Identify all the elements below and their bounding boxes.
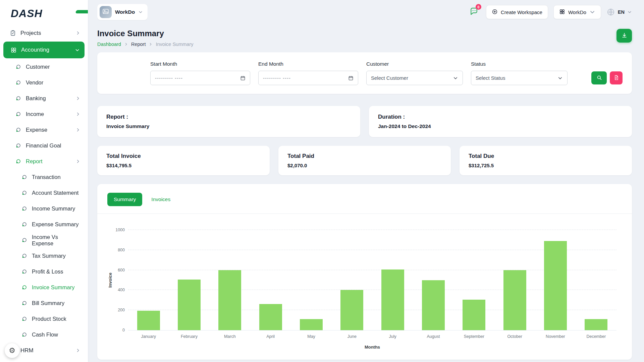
download-button[interactable] (616, 29, 632, 43)
sidebar-item-label: Customer (26, 64, 50, 70)
bar-slot (576, 230, 616, 330)
field-label: Customer (366, 61, 463, 67)
sidebar-item-label: Income Summary (32, 205, 75, 212)
bar-february (178, 280, 201, 330)
filter-field-status: StatusSelect Status (471, 61, 568, 85)
sidebar-item-report[interactable]: Report (3, 154, 85, 169)
workspace-selector[interactable]: WorkDo (97, 4, 148, 20)
sidebar-item-label: Transaction (32, 174, 61, 180)
sidebar-item-accounting[interactable]: Accounting (3, 42, 85, 58)
sidebar-item-account-statement[interactable]: Account Statement (3, 185, 85, 201)
sidebar-item-invoice-summary[interactable]: Invoice Summary (3, 280, 85, 295)
sidebar-item-income[interactable]: Income (3, 106, 85, 122)
x-tick-label: August (413, 334, 453, 339)
bar-september (463, 300, 485, 330)
sidebar-item-label: Income (26, 111, 44, 117)
report-info-row: Report : Invoice Summary Duration : Jan-… (97, 106, 632, 137)
circle-dot-icon (21, 284, 28, 291)
filter-field-start-month: Start Month--------- ---- (150, 61, 250, 85)
field-label: Status (471, 61, 568, 67)
chevron-right-icon (75, 159, 80, 164)
report-card-title: Report : (106, 114, 351, 120)
x-tick-label: October (494, 334, 535, 339)
sidebar-item-label: Expense (26, 127, 47, 133)
brand-logo[interactable]: DASH (3, 5, 85, 25)
end-month-date-input[interactable]: --------- ---- (258, 71, 358, 85)
bar-april (259, 304, 282, 330)
sidebar-item-cash-flow[interactable]: Cash Flow (3, 327, 85, 343)
filter-card: Start Month--------- ----End Month------… (97, 52, 632, 94)
sidebar-item-label: Tax Summary (32, 253, 66, 259)
chevron-right-icon (75, 31, 80, 36)
filter-row: Start Month--------- ----End Month------… (107, 61, 623, 85)
circle-dot-icon (15, 142, 21, 149)
sidebar-item-profit-loss[interactable]: Profit & Loss (3, 264, 85, 280)
workspace-name: WorkDo (115, 9, 135, 15)
total-due-value: $312,725.5 (469, 163, 623, 168)
sidebar-item-income-vs-expense[interactable]: Income Vs Expense (3, 232, 85, 248)
sidebar-item-label: Projects (20, 30, 41, 37)
y-tick-label: 0 (111, 328, 125, 333)
circle-dot-icon (21, 190, 28, 196)
circle-dot-icon (21, 237, 28, 244)
bars-container (128, 230, 616, 330)
reset-icon (613, 75, 619, 81)
search-button[interactable] (591, 71, 607, 84)
sidebar-item-transaction[interactable]: Transaction (3, 169, 85, 185)
status-select[interactable]: Select Status (471, 71, 568, 85)
bar-slot (169, 230, 209, 330)
bar-slot (454, 230, 494, 330)
circle-dot-icon (15, 64, 21, 70)
sidebar-item-tax-summary[interactable]: Tax Summary (3, 248, 85, 264)
sidebar-item-expense[interactable]: Expense (3, 122, 85, 138)
tab-summary[interactable]: Summary (107, 193, 142, 206)
create-workspace-button[interactable]: Create Workspace (486, 5, 548, 19)
circle-dot-icon (21, 205, 28, 212)
sidebar-item-expense-summary[interactable]: Expense Summary (3, 217, 85, 232)
sidebar-item-projects[interactable]: Projects (3, 25, 85, 41)
sidebar-item-label: Product Stock (32, 316, 66, 322)
brand-logo-accent (75, 10, 88, 13)
circle-dot-icon (15, 95, 21, 102)
bar-slot (372, 230, 413, 330)
x-tick-label: December (576, 334, 616, 339)
sidebar: DASH ProjectsAccountingCustomerVendorBan… (0, 0, 88, 362)
app-switcher-button[interactable]: WorkDo (553, 5, 601, 19)
chevron-right-icon (149, 42, 153, 46)
messages-button[interactable]: 0 (467, 5, 481, 19)
field-label: End Month (258, 61, 358, 67)
field-label: Start Month (150, 61, 250, 67)
breadcrumb-dashboard[interactable]: Dashboard (97, 42, 121, 47)
total-invoice-card: Total Invoice $314,795.5 (97, 146, 270, 175)
chevron-down-icon (75, 48, 80, 53)
bar-slot (494, 230, 535, 330)
settings-fab-button[interactable]: ⚙ (5, 343, 19, 358)
circle-dot-icon (15, 127, 21, 133)
start-month-date-input[interactable]: --------- ---- (150, 71, 250, 85)
reset-button[interactable] (610, 71, 623, 84)
gear-icon: ⚙ (9, 346, 15, 355)
language-selector[interactable]: EN (606, 8, 632, 16)
sidebar-item-financial-goal[interactable]: Financial Goal (3, 138, 85, 154)
sidebar-item-label: Banking (26, 95, 46, 102)
sidebar-item-label: Income Vs Expense (32, 234, 80, 247)
sidebar-item-banking[interactable]: Banking (3, 90, 85, 106)
sidebar-item-income-summary[interactable]: Income Summary (3, 201, 85, 217)
filter-fields: Start Month--------- ----End Month------… (150, 61, 568, 85)
search-icon (596, 75, 602, 81)
duration-card-value: Jan-2024 to Dec-2024 (378, 123, 623, 129)
chevron-right-icon (75, 348, 80, 353)
sidebar-item-label: Report (26, 158, 43, 165)
date-placeholder: --------- ---- (263, 75, 291, 81)
customer-select[interactable]: Select Customer (366, 71, 463, 85)
chevron-down-icon (453, 75, 458, 81)
sidebar-item-bill-summary[interactable]: Bill Summary (3, 295, 85, 311)
sidebar-item-product-stock[interactable]: Product Stock (3, 311, 85, 327)
chevron-right-icon (75, 96, 80, 101)
chevron-right-icon (75, 112, 80, 117)
tab-invoices[interactable]: Invoices (145, 193, 177, 206)
sidebar-item-customer[interactable]: Customer (3, 59, 85, 75)
workspace-avatar (100, 6, 112, 18)
page-title: Invoice Summary (97, 29, 193, 38)
sidebar-item-vendor[interactable]: Vendor (3, 75, 85, 90)
